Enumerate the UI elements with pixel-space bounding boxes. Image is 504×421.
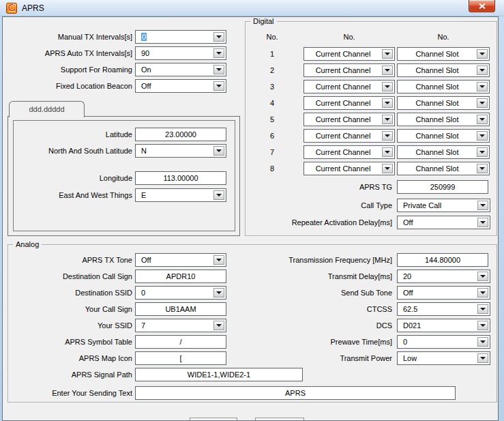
dropdown-arrow-icon[interactable] — [382, 98, 393, 108]
dropdown-arrow-icon[interactable] — [382, 147, 393, 157]
digital-row-1-slot-combo[interactable]: Channel Slot — [397, 47, 490, 61]
prewave-time-combo[interactable]: 0 — [397, 335, 490, 349]
digital-row-4-slot-combo[interactable]: Channel Slot — [397, 96, 490, 110]
dropdown-arrow-icon[interactable] — [477, 321, 488, 330]
aprs-tg-input[interactable]: 250999 — [397, 180, 488, 194]
east-west-combo[interactable]: E — [135, 188, 226, 202]
dropdown-arrow-icon[interactable] — [382, 66, 393, 75]
dropdown-arrow-icon[interactable] — [477, 66, 488, 75]
dropdown-arrow-icon[interactable] — [213, 288, 224, 297]
dropdown-arrow-icon[interactable] — [382, 82, 393, 91]
footer-button-1[interactable] — [190, 418, 237, 421]
digital-col-header-no: No. — [258, 32, 286, 42]
combo-value: Channel Slot — [399, 81, 475, 93]
send-sub-tone-combo[interactable]: Off — [397, 286, 490, 300]
dropdown-arrow-icon[interactable] — [382, 115, 393, 124]
dropdown-arrow-icon[interactable] — [477, 304, 488, 314]
transmit-power-combo[interactable]: Low — [397, 351, 490, 365]
prewave-time-label: Prewave Time[ms] — [228, 335, 392, 349]
digital-row-4-channel-combo[interactable]: Current Channel — [303, 96, 395, 110]
aprs-auto-tx-intervals-combo[interactable]: 90 — [135, 46, 226, 60]
dropdown-arrow-icon[interactable] — [213, 65, 224, 74]
aprs-signal-path-input[interactable]: WIDE1-1,WIDE2-1 — [135, 368, 303, 381]
digital-row-8-channel-combo[interactable]: Current Channel — [303, 162, 395, 175]
dropdown-arrow-icon[interactable] — [477, 288, 488, 297]
digital-row-3-slot-combo[interactable]: Channel Slot — [397, 80, 490, 93]
aprs-tg-label: APRS TG — [228, 180, 392, 194]
combo-value: 62.5 — [403, 303, 476, 315]
dropdown-arrow-icon[interactable] — [213, 321, 224, 330]
dropdown-arrow-icon[interactable] — [213, 190, 224, 200]
combo-value: Current Channel — [306, 130, 381, 142]
digital-row-7-channel-combo[interactable]: Current Channel — [303, 145, 395, 159]
transmit-power-label: Transmit Power — [228, 351, 392, 365]
dropdown-arrow-icon[interactable] — [477, 218, 488, 227]
dropdown-arrow-icon[interactable] — [382, 164, 393, 173]
digital-row-7-slot-combo[interactable]: Channel Slot — [397, 145, 490, 159]
your-ssid-combo[interactable]: 7 — [135, 319, 226, 332]
fixed-location-beacon-combo[interactable]: Off — [135, 79, 226, 93]
dcs-combo[interactable]: D021 — [397, 319, 490, 332]
digital-row-8-slot-combo[interactable]: Channel Slot — [397, 162, 490, 175]
dropdown-arrow-icon[interactable] — [477, 353, 488, 363]
combo-value: Current Channel — [306, 64, 381, 76]
digital-row-2-channel-combo[interactable]: Current Channel — [303, 63, 395, 77]
dropdown-arrow-icon[interactable] — [477, 201, 488, 210]
footer-button-2[interactable] — [255, 418, 304, 421]
dropdown-arrow-icon[interactable] — [477, 98, 488, 108]
digital-row-3-channel-combo[interactable]: Current Channel — [303, 80, 395, 93]
dropdown-arrow-icon[interactable] — [382, 49, 393, 59]
digital-row-1-channel-combo[interactable]: Current Channel — [303, 47, 395, 61]
dropdown-arrow-icon[interactable] — [477, 272, 488, 281]
tab-label: ddd.ddddd — [29, 105, 65, 113]
sending-text-input[interactable]: APRS — [135, 386, 456, 400]
dropdown-arrow-icon[interactable] — [477, 49, 488, 59]
digital-row-number: 7 — [258, 145, 286, 159]
dropdown-arrow-icon[interactable] — [477, 82, 488, 91]
dropdown-arrow-icon[interactable] — [477, 131, 488, 141]
destination-ssid-combo[interactable]: 0 — [135, 286, 226, 300]
transmit-delay-combo[interactable]: 20 — [397, 270, 490, 283]
destination-call-sign-input[interactable]: APDR10 — [135, 270, 226, 283]
dropdown-arrow-icon[interactable] — [213, 32, 224, 42]
dropdown-arrow-icon[interactable] — [477, 337, 488, 347]
dropdown-arrow-icon[interactable] — [477, 147, 488, 157]
ctcss-combo[interactable]: 62.5 — [397, 302, 490, 316]
combo-value: On — [141, 63, 212, 76]
repeater-activation-delay-combo[interactable]: Off — [397, 216, 490, 229]
north-south-latitude-combo[interactable]: N — [135, 144, 226, 158]
combo-value: 20 — [403, 270, 476, 282]
close-button[interactable] — [469, 0, 495, 12]
tab-ddd-ddddd[interactable]: ddd.ddddd — [9, 101, 85, 117]
manual-tx-intervals-combo[interactable]: 0 — [135, 30, 226, 44]
your-call-sign-input[interactable]: UB1AAM — [135, 302, 226, 316]
aprs-auto-tx-intervals-label: APRS Auto TX Intervals[s] — [3, 46, 132, 60]
digital-row-2-slot-combo[interactable]: Channel Slot — [397, 63, 490, 77]
dropdown-arrow-icon[interactable] — [213, 146, 224, 156]
latitude-input[interactable]: 23.00000 — [135, 128, 226, 141]
aprs-tx-tone-combo[interactable]: Off — [135, 253, 226, 267]
dropdown-arrow-icon[interactable] — [213, 81, 224, 91]
call-type-combo[interactable]: Private Call — [397, 199, 490, 212]
dropdown-arrow-icon[interactable] — [477, 164, 488, 173]
close-icon — [479, 3, 486, 9]
dropdown-arrow-icon[interactable] — [477, 115, 488, 124]
aprs-map-icon-label: APRS Map Icon — [3, 351, 132, 365]
digital-row-5-channel-combo[interactable]: Current Channel — [303, 113, 395, 126]
combo-value: Channel Slot — [399, 64, 475, 76]
dropdown-arrow-icon[interactable] — [213, 255, 224, 265]
longitude-input[interactable]: 113.00000 — [135, 171, 226, 185]
dropdown-arrow-icon[interactable] — [382, 131, 393, 141]
combo-value: Current Channel — [306, 81, 381, 93]
support-for-roaming-combo[interactable]: On — [135, 63, 226, 76]
transmission-frequency-input[interactable]: 144.80000 — [397, 253, 488, 267]
digital-row-6-slot-combo[interactable]: Channel Slot — [397, 129, 490, 143]
combo-value: Off — [141, 254, 212, 266]
digital-row-number: 6 — [258, 129, 286, 143]
dropdown-arrow-icon[interactable] — [213, 48, 224, 58]
aprs-symbol-table-input[interactable]: / — [135, 335, 226, 349]
aprs-map-icon-input[interactable]: [ — [135, 351, 226, 365]
digital-row-6-channel-combo[interactable]: Current Channel — [303, 129, 395, 143]
combo-value: Current Channel — [306, 48, 381, 60]
digital-row-5-slot-combo[interactable]: Channel Slot — [397, 113, 490, 126]
